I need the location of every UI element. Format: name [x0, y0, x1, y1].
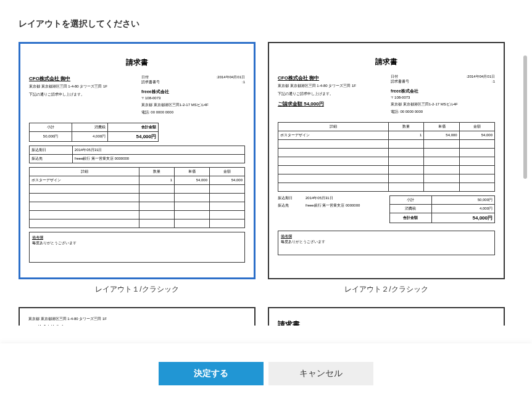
- company-tel: 電話: 00 0000 0000: [141, 110, 245, 115]
- layout-option-2: 請求書 CFO株式会社 御中 東京都 東京都港区三田 1-4-80 タワーズ三田…: [268, 42, 505, 295]
- cancel-button[interactable]: キャンセル: [268, 362, 373, 385]
- layout-preview-1[interactable]: 請求書 CFO株式会社 御中 東京都 東京都港区三田 1-4-80 タワーズ三田…: [19, 42, 256, 279]
- modal-title: レイアウトを選択してください: [19, 18, 513, 30]
- layout-selection-area: 請求書 CFO株式会社 御中 東京都 東京都港区三田 1-4-80 タワーズ三田…: [0, 42, 532, 332]
- company-address: 東京都 東京都港区三田1-2-17 MSビル4F: [141, 103, 245, 108]
- submit-button[interactable]: 決定する: [159, 362, 264, 385]
- bank-info-table: 振込期日2014年05月31日 振込先freee銀行 第一営業支店 000000…: [29, 146, 245, 163]
- layout-label-2: レイアウト２/クラシック: [268, 284, 505, 295]
- layout-option-4-partial: 請求書: [268, 307, 505, 326]
- client-name: CFO株式会社 御中: [29, 75, 133, 82]
- totals-table: 小計50,000円 消費税4,000円 合計金額54,000円: [389, 195, 495, 223]
- layout-option-1: 請求書 CFO株式会社 御中 東京都 東京都港区三田 1-4-80 タワーズ三田…: [19, 42, 256, 295]
- doc-title: 請求書: [278, 57, 495, 67]
- modal-header: レイアウトを選択してください: [0, 0, 532, 42]
- detail-table: 詳細数量単価金額 ポスターデザイン154,00054,000: [29, 167, 245, 228]
- detail-table: 詳細数量単価金額 ポスターデザイン154,00054,000: [278, 122, 495, 192]
- modal-footer: 決定する キャンセル: [0, 343, 532, 410]
- note-box: 備考欄 毎度ありがとうございます: [278, 231, 495, 255]
- client-name: CFO株式会社 御中: [278, 75, 382, 81]
- layout-label-1: レイアウト１/クラシック: [19, 284, 256, 295]
- layout-preview-2[interactable]: 請求書 CFO株式会社 御中 東京都 東京都港区三田 1-4-80 タワーズ三田…: [268, 42, 505, 279]
- client-address: 東京都 東京都港区三田 1-4-80 タワーズ三田 1F: [29, 84, 133, 89]
- message: 下記の通りご請求申し上げます。: [29, 92, 133, 97]
- company-name: freee株式会社: [141, 89, 245, 95]
- summary-table: 小計消費税合計金額 50,000円4,000円54,000円: [29, 123, 159, 142]
- scrollbar[interactable]: [523, 55, 527, 179]
- layout-preview-3[interactable]: 東京都 東京都港区三田 1-4-80 タワーズ三田 1F CFO株式会社 御中: [19, 307, 256, 326]
- layout-preview-4[interactable]: 請求書: [268, 307, 505, 326]
- note-box: 備考欄 毎度ありがとうございます: [29, 232, 245, 263]
- total-line: ご請求金額 54,000円: [278, 100, 382, 107]
- company-postal: 〒108-0073: [141, 96, 245, 101]
- doc-title: 請求書: [29, 57, 245, 68]
- layout-option-3-partial: 東京都 東京都港区三田 1-4-80 タワーズ三田 1F CFO株式会社 御中: [19, 307, 256, 326]
